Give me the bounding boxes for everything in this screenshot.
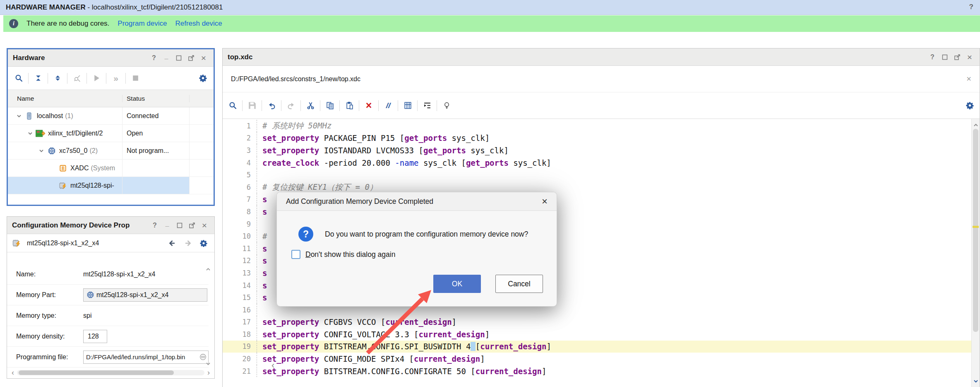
chevron-down-icon[interactable]	[14, 113, 24, 119]
float-icon[interactable]	[186, 53, 196, 63]
window-title: HARDWARE MANAGER - localhost/xilinx_tcf/…	[6, 3, 223, 12]
scroll-up-icon[interactable]	[205, 266, 212, 274]
scrollbar-thumb[interactable]	[973, 129, 978, 332]
code-line-1[interactable]: 1# 系统时钟 50MHz	[223, 120, 980, 132]
field-label: Memory Part:	[16, 291, 83, 299]
forward-arrow-icon[interactable]	[182, 238, 194, 249]
code-line-3[interactable]: 3set_property IOSTANDARD LVCMOS33 [get_p…	[223, 144, 980, 157]
minimize-icon[interactable]: _	[162, 220, 172, 230]
close-file-icon[interactable]: ×	[966, 74, 971, 84]
indent-icon[interactable]	[420, 99, 434, 112]
field-value-box[interactable]: 128	[83, 330, 107, 343]
back-arrow-icon[interactable]	[166, 238, 178, 249]
help-icon[interactable]: ?	[149, 53, 159, 63]
collapse-icon[interactable]	[31, 72, 45, 85]
dont-show-again-checkbox[interactable]	[291, 250, 300, 259]
close-icon[interactable]: ×	[199, 53, 209, 63]
close-icon[interactable]: ×	[199, 220, 209, 230]
scroll-up-icon[interactable]	[973, 121, 979, 130]
help-icon[interactable]: ?	[927, 52, 937, 62]
property-row: Memory type:spi	[7, 305, 209, 326]
refresh-device-link[interactable]: Refresh device	[175, 19, 222, 28]
hardware-panel-title: Hardware	[13, 54, 45, 62]
paste-icon[interactable]	[343, 99, 356, 112]
bulb-icon[interactable]	[440, 99, 453, 112]
tree-row-localhost[interactable]: localhost (1) Connected	[8, 107, 214, 125]
chevron-down-icon[interactable]	[25, 131, 36, 136]
search-icon[interactable]	[226, 99, 239, 112]
line-number: 8	[223, 208, 257, 216]
undo-icon[interactable]	[265, 99, 278, 112]
float-icon[interactable]	[952, 52, 962, 62]
autoconnect-icon[interactable]	[70, 72, 84, 85]
properties-gear-icon[interactable]	[198, 238, 209, 249]
maximize-icon[interactable]	[940, 52, 950, 62]
code-line-5[interactable]: 5	[223, 169, 980, 181]
expand-icon[interactable]	[51, 72, 64, 85]
column-name[interactable]: Name	[8, 95, 122, 102]
code-line-21[interactable]: 21set_property BITSTREAM.CONFIG.CONFIGRA…	[223, 365, 980, 377]
window-help-icon[interactable]: ?	[969, 3, 973, 11]
cancel-button[interactable]: Cancel	[495, 275, 543, 293]
dont-show-again-label[interactable]: Don't show this dialog again	[305, 250, 395, 259]
code-line-4[interactable]: 4create_clock -period 20.000 -name sys_c…	[223, 157, 980, 169]
code-line-18[interactable]: 18set_property CONFIG_VOLTAGE 3.3 [curre…	[223, 328, 980, 341]
code-line-19[interactable]: 19set_property BITSTREAM.CONFIG.SPI_BUSW…	[223, 341, 980, 353]
editor-file-path-bar: D:/FPGA/led/led.srcs/constrs_1/new/top.x…	[223, 66, 980, 92]
float-icon[interactable]	[187, 220, 197, 230]
delete-icon[interactable]: ×	[362, 99, 375, 112]
dialog-close-icon[interactable]: ×	[542, 196, 548, 207]
hscroll-left-icon[interactable]: ‹	[271, 360, 274, 371]
columns-icon[interactable]	[401, 99, 414, 112]
line-number: 21	[223, 367, 257, 375]
copy-icon[interactable]	[323, 99, 336, 112]
editor-vertical-scrollbar[interactable]	[971, 119, 980, 387]
maximize-icon[interactable]	[174, 53, 184, 63]
tree-row-xadc[interactable]: XADC (System	[8, 160, 214, 177]
line-number: 11	[223, 244, 257, 253]
properties-device-bar: mt25ql128-spi-x1_x2_x4	[7, 234, 214, 252]
scrollbar-thumb[interactable]	[19, 370, 174, 375]
comment-icon[interactable]: //	[382, 99, 395, 112]
line-number: 12	[223, 256, 257, 265]
scroll-right-icon[interactable]: ›	[204, 369, 213, 376]
properties-panel-header: Configuration Memory Device Prop ?_×	[7, 217, 214, 234]
settings-gear-icon[interactable]	[196, 72, 209, 85]
scroll-down-icon[interactable]	[205, 361, 212, 368]
program-device-link[interactable]: Program device	[118, 19, 167, 28]
code-line-17[interactable]: 17set_property CFGBVS VCCO [current_desi…	[223, 316, 980, 329]
scroll-left-icon[interactable]: ‹	[9, 369, 17, 376]
help-icon[interactable]: ?	[150, 220, 160, 230]
minimize-icon[interactable]: _	[161, 53, 171, 63]
run-icon[interactable]	[90, 72, 103, 85]
tree-row-mt25ql128-spi-[interactable]: mt25ql128-spi-	[8, 177, 214, 194]
settings-gear-icon[interactable]	[963, 99, 976, 112]
close-icon[interactable]: ×	[965, 52, 975, 62]
search-icon[interactable]	[12, 72, 25, 85]
save-icon[interactable]	[245, 99, 259, 112]
tree-row-xilinx-tcf-digilent-2[interactable]: xilinx_tcf/Digilent/2 Open	[8, 125, 214, 142]
cut-icon[interactable]	[304, 99, 317, 112]
tree-row-xc7s50-0[interactable]: xc7s50_0 (2) Not program...	[8, 142, 214, 160]
ok-button[interactable]: OK	[433, 275, 481, 293]
chevron-down-icon[interactable]	[36, 148, 47, 154]
column-status[interactable]: Status	[122, 95, 190, 102]
properties-horizontal-scrollbar[interactable]: ‹ ›	[9, 368, 213, 377]
code-line-2[interactable]: 2set_property PACKAGE_PIN P15 [get_ports…	[223, 132, 980, 145]
line-number: 15	[223, 293, 257, 302]
config-memory-properties-panel: Configuration Memory Device Prop ?_× mt2…	[7, 216, 215, 379]
memory-part-combo[interactable]: mt25ql128-spi-x1_x2_x4	[83, 288, 207, 302]
stop-icon[interactable]	[129, 72, 142, 85]
code-line-20[interactable]: 20set_property CONFIG_MODE SPIx4 [curren…	[223, 353, 980, 365]
scrollbar-track[interactable]	[17, 370, 204, 375]
dialog-titlebar[interactable]: Add Configuration Memory Device Complete…	[277, 192, 557, 211]
scroll-down-icon[interactable]	[973, 377, 979, 386]
flash-device-icon	[12, 239, 21, 247]
property-row: Name:mt25ql128-spi-x1_x2_x4	[7, 264, 209, 285]
browse-icon[interactable]	[199, 353, 207, 360]
redo-icon[interactable]	[284, 99, 298, 112]
programming-file-input[interactable]: D:/FPGA/led/led.runs/impl_1/top.bin	[83, 351, 209, 364]
step-icon[interactable]: »	[109, 72, 122, 85]
field-label: Memory density:	[16, 333, 83, 340]
maximize-icon[interactable]	[175, 220, 185, 230]
